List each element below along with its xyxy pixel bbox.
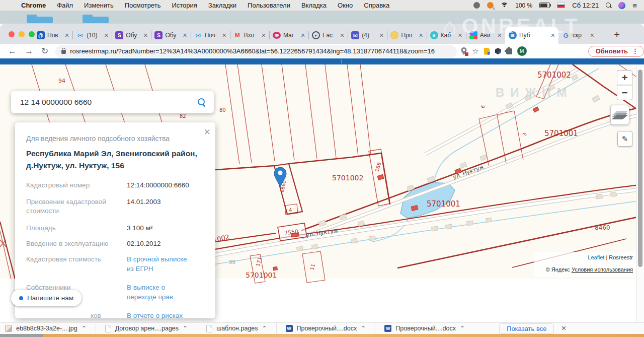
download-filename: eb8b8c93-3a2e-....jpg xyxy=(16,325,77,332)
close-icon[interactable]: × xyxy=(204,126,210,138)
menu-edit[interactable]: Изменить xyxy=(84,2,114,9)
tab-close-icon[interactable]: × xyxy=(590,32,594,39)
bookmark-star-icon[interactable]: ☆ xyxy=(472,47,478,56)
reload-icon[interactable]: ↻ xyxy=(41,46,48,56)
tab-gmail[interactable]: MВхо× xyxy=(230,27,269,44)
tab-close-icon[interactable]: × xyxy=(379,32,383,39)
vpn-status-icon[interactable] xyxy=(487,2,494,9)
menu-history[interactable]: История xyxy=(172,2,197,9)
tab-close-icon[interactable]: × xyxy=(104,32,108,39)
window-minimize-button[interactable] xyxy=(19,31,25,37)
egrn-extract-link[interactable]: В срочной выписке из ЕГРН xyxy=(127,255,191,274)
url-text[interactable]: rosreestrmap.ru/?cadNumber=12%3A14%3A000… xyxy=(70,47,435,55)
download-item[interactable]: Договор арен....pages ⌃ xyxy=(96,323,197,334)
measure-button[interactable]: ✎ xyxy=(617,131,632,147)
tab-google[interactable]: Gскр× xyxy=(558,27,598,44)
desktop-folder-icon[interactable] xyxy=(27,17,53,23)
download-item[interactable]: W Проверочный....docx ⌃ xyxy=(375,323,474,334)
tab-close-icon[interactable]: × xyxy=(458,32,462,39)
tab-cabinet[interactable]: ≡Каб× xyxy=(427,27,466,44)
chevron-up-icon[interactable]: ⌃ xyxy=(460,325,465,332)
scrollbar-thumb[interactable] xyxy=(638,70,642,267)
wifi-icon[interactable] xyxy=(501,3,508,9)
tab-close-icon[interactable]: × xyxy=(143,32,147,39)
menu-help[interactable]: Справка xyxy=(364,2,389,9)
menu-tab[interactable]: Вкладка xyxy=(301,2,327,9)
tab-mail[interactable]: ✉Поч× xyxy=(191,27,230,44)
leaflet-link[interactable]: Leaflet xyxy=(588,254,604,260)
menu-file[interactable]: Файл xyxy=(57,2,73,9)
tab-close-icon[interactable]: × xyxy=(65,32,69,39)
new-tab-button[interactable]: + xyxy=(614,30,620,40)
google-favicon: G xyxy=(562,31,570,39)
tab-obu-1[interactable]: SОбу× xyxy=(112,27,151,44)
tab-close-icon[interactable]: × xyxy=(301,32,305,39)
menu-chrome[interactable]: Chrome xyxy=(21,2,46,9)
location-permission-icon[interactable] xyxy=(461,47,467,55)
desktop-folder-icon[interactable] xyxy=(83,17,109,23)
zoom-out-button[interactable]: − xyxy=(617,85,632,100)
gmail-favicon: M xyxy=(233,31,242,39)
chevron-up-icon[interactable]: ⌃ xyxy=(82,325,87,332)
tab-close-icon[interactable]: × xyxy=(340,32,344,39)
extensions-puzzle-icon[interactable] xyxy=(506,48,512,54)
tab-close-icon[interactable]: × xyxy=(183,32,187,39)
omnibox[interactable]: rosreestrmap.ru/?cadNumber=12%3A14%3A000… xyxy=(55,45,457,57)
menu-window[interactable]: Окно xyxy=(338,2,353,9)
tab-inbox-10[interactable]: ✉(10)× xyxy=(72,27,112,44)
menubar-clock[interactable]: Сб 12:21 xyxy=(572,2,599,9)
cadastral-search-box[interactable] xyxy=(11,91,214,113)
keyboard-layout-flag-icon[interactable] xyxy=(557,3,565,8)
risk-report-link[interactable]: В отчете о рисках xyxy=(127,311,191,321)
forward-icon[interactable]: → xyxy=(25,46,33,56)
tab-mag[interactable]: Маг× xyxy=(269,27,308,44)
tab-inbox-4[interactable]: ✉(4)× xyxy=(348,27,387,44)
tab-close-icon[interactable]: × xyxy=(498,32,502,39)
menu-view[interactable]: Посмотреть xyxy=(125,2,161,9)
back-icon[interactable]: ← xyxy=(8,46,17,56)
tab-obu-2[interactable]: SОбу× xyxy=(151,27,190,44)
status-record-icon[interactable] xyxy=(473,2,480,9)
owners-extract-link[interactable]: В выписке о переходе прав xyxy=(127,283,191,302)
layers-button[interactable] xyxy=(610,105,629,125)
battery-icon[interactable] xyxy=(539,3,550,8)
tab-avito[interactable]: Ави× xyxy=(466,27,505,44)
cube-extension-icon[interactable]: 1 xyxy=(495,48,501,54)
tab-facebook[interactable]: ▸Fac× xyxy=(308,27,348,44)
terms-link[interactable]: Условия использования xyxy=(572,266,633,273)
tab-public-cadastral-map-active[interactable]: ≋Пуб× xyxy=(505,27,558,44)
siri-icon[interactable] xyxy=(618,2,625,9)
bookmark-extension-icon[interactable]: 1 xyxy=(484,48,490,55)
tab-close-icon[interactable]: × xyxy=(222,32,226,39)
profile-avatar[interactable]: M xyxy=(517,46,527,56)
download-item[interactable]: W Проверочный....docx ⌃ xyxy=(277,323,376,334)
menu-bookmarks[interactable]: Закладки xyxy=(208,2,236,9)
spotlight-search-icon[interactable] xyxy=(606,3,611,8)
chrome-menu-icon[interactable]: ⋮ xyxy=(632,47,638,55)
tab-close-icon[interactable]: × xyxy=(262,32,266,39)
chevron-up-icon[interactable]: ⌃ xyxy=(262,325,267,332)
tab-close-icon[interactable]: × xyxy=(551,32,555,39)
zoom-in-button[interactable]: + xyxy=(617,70,632,85)
page-scrollbar[interactable] xyxy=(636,64,644,322)
pages-file-icon xyxy=(206,325,212,332)
tab-gov[interactable]: Про× xyxy=(387,27,426,44)
chevron-up-icon[interactable]: ⌃ xyxy=(183,325,188,332)
show-all-downloads-button[interactable]: Показать все xyxy=(499,323,554,334)
chevron-up-icon[interactable]: ⌃ xyxy=(361,325,366,332)
tab-label: (10) xyxy=(87,32,102,39)
commissioning-date-value: 02.10.2012 xyxy=(127,239,191,249)
contact-us-button[interactable]: Напишите нам xyxy=(11,290,82,306)
lock-icon[interactable] xyxy=(61,50,66,54)
tab-mailru[interactable]: @Нов× xyxy=(33,27,72,44)
control-center-icon[interactable]: ≡ xyxy=(632,1,637,10)
search-icon[interactable] xyxy=(198,98,206,106)
tab-close-icon[interactable]: × xyxy=(419,32,423,39)
menu-users[interactable]: Пользователи xyxy=(248,2,290,9)
download-item[interactable]: eb8b8c93-3a2e-....jpg ⌃ xyxy=(0,323,96,334)
download-item[interactable]: шаблон.pages ⌃ xyxy=(197,323,276,334)
chrome-update-button[interactable]: Обновить ⋮ xyxy=(588,46,644,57)
window-close-button[interactable] xyxy=(9,31,15,37)
downloads-close-icon[interactable]: × xyxy=(561,323,566,333)
search-input[interactable] xyxy=(19,97,198,107)
